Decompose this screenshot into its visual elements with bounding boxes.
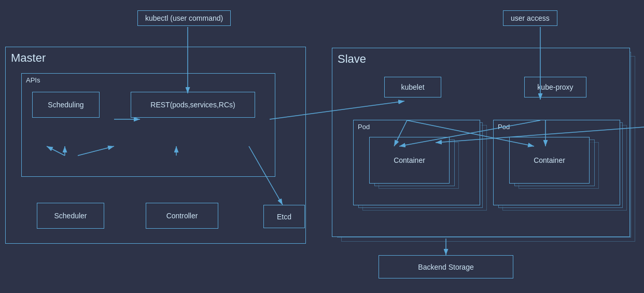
- controller-box: Controller: [146, 203, 218, 229]
- kubectl-label: kubectl (user command): [137, 10, 231, 26]
- container2-box: Container: [509, 137, 590, 184]
- apis-box: APIs Scheduling REST(pods,services,RCs): [21, 73, 275, 177]
- pod1-label: Pod: [358, 123, 370, 131]
- etcd-box: Etcd: [263, 205, 305, 228]
- kubelet-box: kubelet: [384, 77, 441, 97]
- pod1-box: Pod Container: [353, 120, 480, 205]
- diagram: kubectl (user command) user access Maste…: [0, 0, 644, 293]
- master-section: Master APIs Scheduling REST(pods,service…: [5, 47, 306, 244]
- slave-title: Slave: [338, 52, 366, 66]
- pod2-label: Pod: [498, 123, 510, 131]
- container1-box: Container: [369, 137, 450, 184]
- pod2-box: Pod Container: [493, 120, 620, 205]
- backend-storage-box: Backend Storage: [379, 255, 513, 278]
- scheduler-box: Scheduler: [37, 203, 104, 229]
- kube-proxy-box: kube-proxy: [524, 77, 586, 97]
- scheduling-box: Scheduling: [32, 92, 100, 118]
- master-title: Master: [11, 51, 46, 65]
- user-access-label: user access: [503, 10, 557, 26]
- slave-section: Slave kubelet kube-proxy Pod Container: [332, 48, 630, 237]
- rest-box: REST(pods,services,RCs): [131, 92, 255, 118]
- apis-label: APIs: [26, 76, 40, 84]
